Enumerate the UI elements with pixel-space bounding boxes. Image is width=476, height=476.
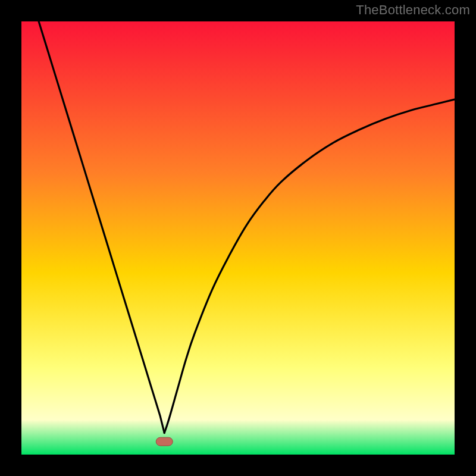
attribution-text: TheBottleneck.com [356,2,470,18]
chart-frame: TheBottleneck.com [0,0,476,476]
minimum-marker [156,437,173,446]
plot-area [21,21,455,455]
chart-svg [21,21,455,455]
